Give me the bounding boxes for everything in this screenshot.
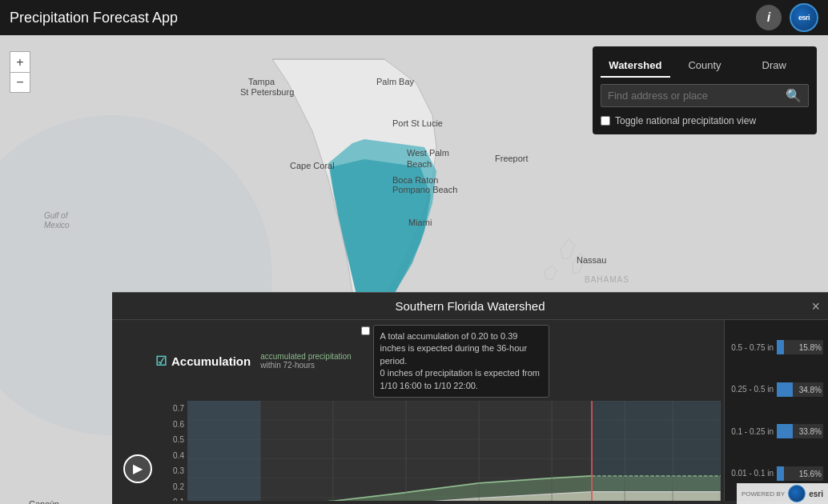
tab-draw[interactable]: Draw [739, 54, 809, 78]
legend-accumulated: accumulated precipitation [260, 352, 351, 361]
app-header: Precipitation Forecast App i esri [0, 0, 828, 35]
y-label-3: 0.3 [173, 466, 184, 475]
close-button[interactable]: × [811, 299, 820, 314]
tab-county[interactable]: County [670, 54, 740, 78]
prob-row-1: 0.25 - 0.5 in 34.8% [730, 382, 823, 397]
toggle-checkbox[interactable] [601, 116, 610, 126]
prob-pct-2: 33.8% [799, 427, 822, 436]
bottom-panel: Southern Florida Watershed × ☑ Accumulat… [112, 292, 828, 504]
prob-row-0: 0.5 - 0.75 in 15.8% [730, 340, 823, 354]
watermark-text: POWERED BY [742, 490, 785, 498]
legend-72h: within 72-hours [260, 361, 351, 370]
esri-watermark: POWERED BY esri [737, 483, 828, 504]
y-label-2: 0.2 [173, 482, 184, 491]
prob-row-2: 0.1 - 0.25 in 33.8% [730, 424, 823, 438]
chart-area: ☑ Accumulation accumulated precipitation… [112, 320, 724, 501]
zoom-out-button[interactable]: − [10, 72, 30, 93]
app-title: Precipitation Forecast App [10, 10, 178, 26]
y-label-4: 0.4 [173, 451, 184, 460]
y-label-6: 0.6 [173, 420, 184, 429]
prob-bar-0 [777, 340, 784, 354]
panel-title: Southern Florida Watershed [395, 299, 545, 313]
y-axis: 0.7 0.6 0.5 0.4 0.3 0.2 0.1 0.0 [155, 401, 187, 501]
prob-pct-3: 15.6% [799, 469, 822, 478]
watermark-brand: esri [809, 490, 823, 498]
map-container[interactable]: + − Tampa St Petersburg Palm Bay Port St… [0, 35, 828, 504]
check-icon: ☑ [155, 354, 167, 369]
accumulation-text: Accumulation [171, 354, 251, 368]
tab-buttons: Watershed County Draw [601, 54, 809, 78]
prob-row-3: 0.01 - 0.1 in 15.6% [730, 466, 823, 481]
zoom-controls: + − [10, 51, 30, 93]
svg-rect-13 [187, 401, 260, 501]
toggle-label[interactable]: Toggle national precipitation view [601, 115, 809, 126]
chart-main [187, 401, 721, 501]
chart-wrapper: ▶ 0.7 0.6 0.5 0.4 0.3 0.2 0.1 0.0 [115, 401, 721, 501]
play-area: ▶ [115, 401, 155, 501]
prob-bar-container-3: 15.6% [777, 466, 823, 481]
panel-header: Southern Florida Watershed × [112, 293, 828, 320]
zoom-in-button[interactable]: + [10, 51, 30, 72]
esri-watermark-globe [788, 485, 806, 502]
search-icon[interactable]: 🔍 [786, 88, 802, 103]
prob-bar-1 [777, 382, 793, 397]
esri-globe: esri [790, 3, 818, 32]
probability-panel: 0.5 - 0.75 in 15.8% 0.25 - 0.5 in 34.8% … [724, 320, 828, 501]
info-icon[interactable]: i [756, 5, 782, 30]
prob-range-1: 0.25 - 0.5 in [730, 385, 774, 394]
legend-box: accumulated precipitation within 72-hour… [260, 352, 351, 370]
search-input[interactable] [608, 90, 786, 102]
info-tooltip: A total accumulation of 0.20 to 0.39 inc… [373, 325, 549, 398]
y-label-5: 0.5 [173, 435, 184, 444]
prob-pct-1: 34.8% [799, 385, 822, 394]
prob-bar-container-2: 33.8% [777, 424, 823, 438]
chart-svg [187, 401, 721, 501]
toggle-text: Toggle national precipitation view [615, 115, 756, 126]
tooltip-text: A total accumulation of 0.20 to 0.39 inc… [380, 331, 540, 390]
panel-content: ☑ Accumulation accumulated precipitation… [112, 320, 828, 501]
prob-bar-2 [777, 424, 793, 438]
prob-bar-container-0: 15.8% [777, 340, 823, 354]
prob-bar-container-1: 34.8% [777, 382, 823, 397]
tooltip-area: A total accumulation of 0.20 to 0.39 inc… [361, 325, 549, 398]
accumulation-label: ☑ Accumulation [155, 354, 251, 369]
prob-pct-0: 15.8% [799, 343, 822, 352]
prob-bar-3 [777, 466, 784, 481]
header-icons: i esri [756, 3, 818, 32]
tooltip-checkbox[interactable] [361, 326, 370, 335]
search-box: 🔍 [601, 84, 809, 107]
prob-range-0: 0.5 - 0.75 in [730, 343, 774, 352]
prob-range-2: 0.1 - 0.25 in [730, 427, 774, 436]
control-panel: Watershed County Draw 🔍 Toggle national … [593, 46, 817, 134]
esri-icon[interactable]: esri [790, 3, 818, 32]
y-label-7: 0.7 [173, 404, 184, 413]
chart-controls: ☑ Accumulation accumulated precipitation… [115, 325, 721, 398]
y-label-1: 0.1 [173, 498, 184, 501]
play-button[interactable]: ▶ [123, 454, 152, 483]
prob-range-3: 0.01 - 0.1 in [730, 469, 774, 478]
tab-watershed[interactable]: Watershed [601, 54, 670, 78]
